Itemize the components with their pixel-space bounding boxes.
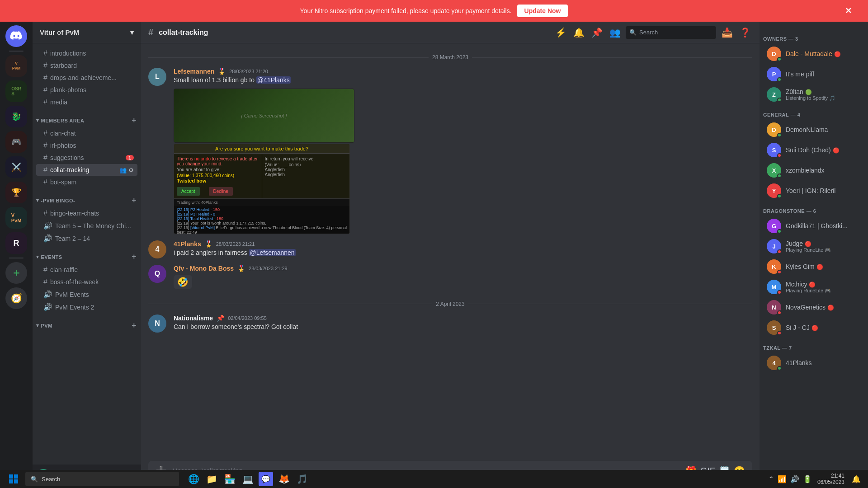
search-icon: 🔍 (629, 29, 637, 36)
member-name-demon: DemonNLlama (786, 126, 861, 133)
message-header-qfv: Qfv - Mono Da Boss 🎖️ 28/03/2023 21:29 (174, 265, 752, 272)
channel-item-media[interactable]: # media (36, 96, 137, 108)
update-now-button[interactable]: Update Now (517, 5, 568, 17)
tray-battery[interactable]: 🔋 (803, 475, 812, 483)
start-button[interactable] (5, 471, 22, 487)
add-server-button[interactable]: ＋ (5, 262, 27, 284)
channel-item-drops[interactable]: # drops-and-achieveme... (36, 72, 137, 84)
member-mcthicy[interactable]: M Mcthicy 🔴 Playing RuneLite 🎮 (763, 277, 864, 297)
pinned-messages-button[interactable]: 📌 (590, 25, 604, 40)
channel-item-irl-photos[interactable]: # irl-photos (36, 140, 137, 151)
server-icon-8[interactable]: R (5, 232, 27, 254)
category-add-button-2[interactable]: ＋ (130, 196, 138, 205)
channel-item-pvm-events-2[interactable]: 🔊 PvM Events 2 (36, 301, 137, 313)
tray-chevron[interactable]: ⌃ (768, 475, 774, 483)
category-pvm-bingo[interactable]: ▾ -PvM Bingo- ＋ (33, 188, 141, 207)
server-icon-3[interactable]: 🐉 (5, 106, 27, 127)
members-category-general: GENERAL — 4 (760, 105, 868, 119)
channel-item-plank-photos[interactable]: # plank-photos (36, 84, 137, 96)
message-author-nationalisme: Nationalisme (174, 314, 213, 322)
member-z0ltan[interactable]: Z Z0ltan 🟢 Listening to Spotify 🎵 (763, 84, 864, 104)
member-status-mcthicy (777, 290, 782, 295)
member-info-sij: Si J - CJ 🔴 (786, 324, 861, 331)
channel-item-starboard[interactable]: # starboard (36, 60, 137, 71)
channel-item-bingo-team-chats[interactable]: # bingo-team-chats (36, 207, 137, 219)
server-icon-pvmvitur[interactable]: VPvM (5, 55, 27, 77)
member-status-piff (777, 77, 782, 82)
server-icon-7[interactable]: VPvM (5, 207, 27, 229)
help-button[interactable]: ❓ (738, 25, 752, 40)
category-chevron: ▾ (36, 117, 39, 123)
notifications-button[interactable]: 🔔 (850, 473, 863, 485)
member-41planks-list[interactable]: 4 41Planks (763, 353, 864, 373)
member-suii-doh[interactable]: S Suii Doh (Ched) 🔴 (763, 140, 864, 160)
taskbar-icon-store[interactable]: 🏪 (222, 472, 237, 486)
taskbar-search[interactable]: 🔍 Search (25, 472, 179, 486)
member-avatar-godkilla: G (767, 219, 781, 233)
member-godkilla[interactable]: G Godkilla71 | Ghostki... (763, 216, 864, 236)
server-icon-6[interactable]: 🏆 (5, 182, 27, 203)
category-pvm[interactable]: ▾ PvM ＋ (33, 314, 141, 332)
taskbar-icon-firefox[interactable]: 🦊 (277, 472, 291, 486)
message-timestamp-qfv: 28/03/2023 21:29 (249, 266, 288, 271)
message-avatar-41planks: 4 (148, 240, 166, 258)
server-icon-4[interactable]: 🎮 (5, 131, 27, 153)
member-status-41planks (777, 366, 782, 371)
member-sub-judge: Playing RuneLite 🎮 (786, 247, 861, 253)
category-add-button-3[interactable]: ＋ (130, 252, 138, 262)
server-icon-2[interactable]: OSRS (5, 80, 27, 102)
taskbar-icon-edge[interactable]: 🌐 (186, 472, 201, 486)
channel-list: # introductions # starboard # drops-and-… (33, 43, 141, 465)
server-header[interactable]: Vitur of PvM ▾ (33, 22, 141, 43)
text-channel-icon: # (43, 178, 47, 186)
channel-item-introductions[interactable]: # introductions (36, 47, 137, 59)
tray-volume[interactable]: 🔊 (790, 475, 799, 483)
message-text: Small loan of 1.3 billion gb to @41Plank… (174, 76, 752, 85)
channel-item-team5[interactable]: 🔊 Team 5 – The Money Chi... (36, 220, 137, 232)
mention-lefsemannen[interactable]: @Lefsemannen (249, 249, 296, 256)
search-bar[interactable]: 🔍 Search (626, 26, 716, 39)
member-info-xzombie: xzombielandx (786, 167, 861, 174)
reaction-laughing[interactable]: 🤣 (174, 275, 192, 289)
category-members-area[interactable]: ▾ Members Area ＋ (33, 108, 141, 127)
member-judge[interactable]: J Judge 🔴 Playing RuneLite 🎮 (763, 236, 864, 256)
category-add-button-4[interactable]: ＋ (130, 321, 138, 330)
taskbar-icon-explorer[interactable]: 📁 (204, 472, 219, 486)
member-dale-muttadale[interactable]: D Dale - Muttadale 🔴 (763, 44, 864, 64)
message-content-41planks: 41Planks 🎖️ 28/03/2023 21:21 i paid 2 an… (174, 240, 752, 258)
member-its-me-piff[interactable]: P It's me piff (763, 64, 864, 84)
channel-item-collat-tracking[interactable]: # collat-tracking 👥 ⚙ (36, 164, 137, 176)
tray-network[interactable]: 📶 (778, 475, 787, 483)
channel-item-clan-chat[interactable]: # clan-chat (36, 127, 137, 139)
member-demonllama[interactable]: D DemonNLlama (763, 120, 864, 140)
close-banner-button[interactable]: ✕ (838, 3, 859, 19)
taskbar-icon-discord[interactable]: 💬 (259, 472, 273, 486)
member-list-button[interactable]: 👥 (608, 25, 622, 40)
member-status-godkilla (777, 229, 782, 234)
channel-item-clan-raffle[interactable]: # clan-raffle (36, 264, 137, 276)
taskbar-icon-spotify[interactable]: 🎵 (295, 472, 309, 486)
svg-rect-2 (9, 479, 13, 483)
member-kyles-gim[interactable]: K Kyles Gim 🔴 (763, 257, 864, 277)
channel-item-boss-of-the-week[interactable]: # boss-of-the-week (36, 276, 137, 288)
discord-home-icon[interactable] (5, 25, 27, 47)
discover-servers-button[interactable]: 🧭 (5, 287, 27, 309)
inbox-button[interactable]: 📥 (720, 25, 734, 40)
member-xzombie[interactable]: X xzombielandx (763, 160, 864, 180)
mention-41planks[interactable]: @41Planks (256, 76, 291, 84)
member-si-j-cj[interactable]: S Si J - CJ 🔴 (763, 318, 864, 338)
settings-icon[interactable]: ⚙ (128, 167, 134, 174)
category-add-button[interactable]: ＋ (130, 116, 138, 125)
notification-button[interactable]: 🔔 (571, 25, 586, 40)
member-novagenetics[interactable]: N NovaGenetics 🔴 (763, 297, 864, 317)
member-name-kyles: Kyles Gim 🔴 (786, 263, 861, 270)
channel-item-bot-spam[interactable]: # bot-spam (36, 176, 137, 188)
taskbar-icon-terminal[interactable]: 💻 (241, 472, 255, 486)
server-icon-5[interactable]: ⚔️ (5, 156, 27, 178)
channel-item-pvm-events[interactable]: 🔊 PvM Events (36, 288, 137, 300)
threads-button[interactable]: ⚡ (553, 25, 568, 40)
channel-item-suggestions[interactable]: # suggestions 1 (36, 152, 137, 164)
member-yoeri[interactable]: Y Yoeri | IGN: Rileril (763, 181, 864, 201)
category-events[interactable]: ▾ Events ＋ (33, 245, 141, 263)
channel-item-team2[interactable]: 🔊 Team 2 – 14 (36, 232, 137, 244)
